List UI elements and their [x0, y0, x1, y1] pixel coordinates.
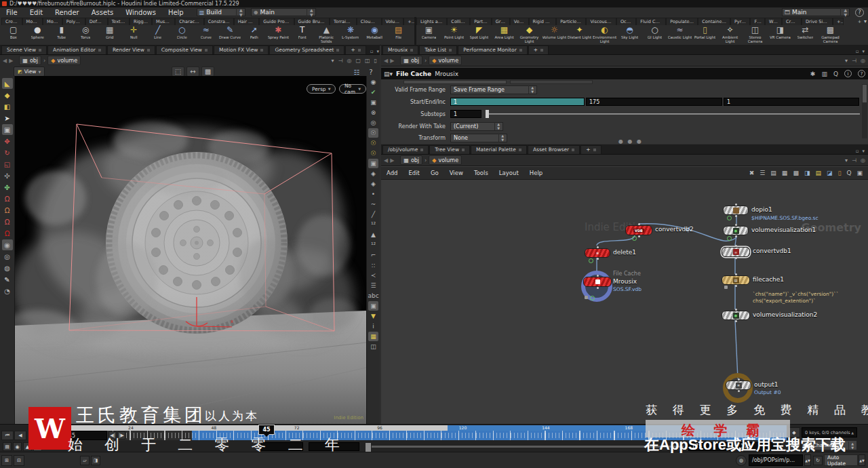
shelf-tool[interactable]: ▤ File: [387, 25, 411, 43]
shelf-divider[interactable]: [414, 17, 416, 45]
shelf-tool[interactable]: ❋ L-System: [338, 25, 363, 43]
toolbar-icon[interactable]: ◍: [2, 262, 13, 273]
shelf-tool[interactable]: ▦ Grid: [98, 25, 122, 43]
shelf-tab[interactable]: FEM: [750, 18, 765, 25]
substeps-slider[interactable]: [486, 113, 860, 115]
toolbar-icon[interactable]: Ω: [2, 216, 13, 227]
end-frame-field[interactable]: 175: [586, 98, 722, 106]
menu-item[interactable]: Help: [162, 9, 190, 16]
shelf-tool[interactable]: ▢ Box: [1, 25, 26, 43]
nav-back-forward-icons[interactable]: ◀▶: [3, 58, 15, 64]
drag-icon[interactable]: ↔: [186, 66, 199, 77]
shelf-tool[interactable]: ◓ Sky Light: [617, 25, 642, 43]
shelf-tool[interactable]: ◎ Torus: [74, 25, 98, 43]
shelf-tab[interactable]: Muscles: [152, 18, 175, 25]
path-dropdown-icon[interactable]: ▾: [845, 157, 848, 163]
toolbar-icon[interactable]: ↻: [2, 147, 13, 158]
shelf-tab[interactable]: Constraints: [204, 18, 234, 25]
pane-tab[interactable]: /obj/volume: [382, 145, 429, 154]
info-icon[interactable]: i: [844, 70, 852, 77]
display-option-icon[interactable]: ▼: [368, 311, 378, 321]
range-slider[interactable]: [366, 446, 684, 448]
display-option-icon[interactable]: ◈: [368, 169, 378, 178]
menu-item[interactable]: Go: [425, 170, 444, 176]
paint-select-icon[interactable]: ▩: [201, 66, 214, 77]
refresh-icon[interactable]: ↻: [813, 456, 823, 465]
sticky-icon[interactable]: ▤: [815, 170, 821, 176]
pin-pane-icon[interactable]: ⊣: [852, 157, 856, 163]
shelf-tab[interactable]: Populate Con...: [666, 18, 698, 25]
path-dropdown-icon[interactable]: ▾: [332, 58, 334, 64]
shelf-tool[interactable]: ✦ Distant Light: [567, 25, 592, 43]
path-root-chip[interactable]: ▦obj: [400, 155, 422, 165]
node-filecache1[interactable]: ▤ filecache1 `chs("name")`_v`chs("versio…: [722, 275, 746, 285]
shelf-tool[interactable]: ▮ Tube: [50, 25, 74, 43]
path-leaf-chip[interactable]: ◆volume: [47, 56, 81, 65]
shelf-tab[interactable]: Particles: [470, 18, 492, 25]
spinner-icon[interactable]: ▲▼: [307, 7, 313, 17]
shelf-tool[interactable]: ≈ Curve: [194, 25, 218, 43]
shelf-tab[interactable]: Vellum: [510, 18, 529, 25]
current-tool-indicator[interactable]: ◩ View ▼: [14, 66, 45, 77]
toolbar-icon[interactable]: ◧: [2, 101, 13, 112]
shelf-tab[interactable]: Container Tools: [698, 18, 730, 25]
shelf-add-tab[interactable]: ＋ ▾: [856, 18, 867, 25]
shelf-tab[interactable]: Cloud FX: [357, 18, 382, 25]
display-option-icon[interactable]: ☉: [368, 128, 378, 138]
shelf-tab[interactable]: Deform: [85, 18, 108, 25]
mouse-icon[interactable]: ◉: [13, 442, 22, 451]
tree-icon[interactable]: ☰: [760, 170, 765, 176]
shelf-tab[interactable]: Create: [1, 18, 22, 25]
node-dopio1[interactable]: dopio1 $HIPNAME.SOS.SF.bgeo.sc: [723, 206, 747, 215]
shelf-tool[interactable]: ◉ Metaball: [363, 25, 387, 43]
transform-dropdown[interactable]: None ▲▼: [450, 134, 507, 142]
shelf-tool[interactable]: T Font: [290, 25, 315, 43]
box-select-icon[interactable]: ⬚: [172, 66, 184, 77]
path-leaf-chip[interactable]: ◆volume: [429, 56, 462, 65]
pane-layout-icon[interactable]: ⊟: [14, 455, 24, 466]
shelf-tool[interactable]: ≈ Caustic Light: [667, 25, 692, 43]
pane-expand-icon[interactable]: ⊞: [1, 455, 12, 466]
grid2-icon[interactable]: ▩: [793, 170, 799, 176]
notes-icon[interactable]: ▤: [770, 170, 776, 176]
shelf-tool[interactable]: ✛ Null: [122, 25, 146, 43]
shelf-tab[interactable]: Viscous Fluids: [586, 18, 616, 25]
menu-item[interactable]: Edit: [403, 170, 425, 176]
help-icon[interactable]: ?: [858, 70, 865, 77]
node-output1[interactable]: ≡ output1 Output #0: [726, 381, 750, 390]
message-icon[interactable]: ▱: [80, 456, 90, 465]
pane-split-icon[interactable]: ▫: [856, 49, 859, 54]
slider-handle[interactable]: [486, 110, 489, 118]
pane-tab[interactable]: Tree View: [429, 145, 470, 154]
shelf-tool[interactable]: ○ GI Light: [642, 25, 667, 43]
display-flag[interactable]: [727, 216, 732, 220]
param-scrollbar[interactable]: [862, 84, 867, 138]
shelf-tool[interactable]: ◤ Spot Light: [467, 25, 492, 43]
menu-item[interactable]: Render: [49, 9, 85, 16]
follow-icon[interactable]: ◎: [861, 58, 865, 64]
toolbar-icon[interactable]: ◱: [2, 159, 13, 170]
shelf-tab[interactable]: Pyro FX: [730, 18, 751, 25]
node-convertvdb2[interactable]: VDB convertvdb2: [625, 225, 650, 235]
shelf-tab[interactable]: +: [403, 18, 415, 25]
display-option-icon[interactable]: ⌐: [368, 250, 378, 260]
viewport-3d[interactable]: x Persp▼ No cam▼: [15, 76, 366, 424]
shelf-tab[interactable]: Guide Brushes: [294, 18, 330, 25]
pane-tab[interactable]: Take List: [419, 45, 457, 54]
display-flag[interactable]: [632, 236, 637, 241]
shelf-tab[interactable]: Characters: [175, 18, 203, 25]
display-option-icon[interactable]: ≺: [368, 271, 378, 280]
menu-item[interactable]: Layout: [494, 170, 524, 176]
display-flag[interactable]: [727, 236, 732, 241]
shelf-tab[interactable]: Lights and C...: [416, 18, 447, 25]
shelf-tab[interactable]: Modify: [22, 18, 43, 25]
shelf-tab[interactable]: Rigid Bodies: [529, 18, 557, 25]
spinner-icon[interactable]: ▲▼: [859, 454, 865, 466]
menu-item[interactable]: Assets: [85, 9, 120, 16]
inc-frame-field[interactable]: 1: [724, 98, 859, 106]
pane-tab[interactable]: Mrousix: [382, 45, 418, 54]
clipboard-icon[interactable]: ▤: [3, 442, 12, 451]
nav-back-forward-icons[interactable]: ◀▶: [384, 58, 396, 64]
gear-icon[interactable]: ✱: [810, 71, 816, 77]
shelf-tab[interactable]: Texture: [108, 18, 130, 25]
